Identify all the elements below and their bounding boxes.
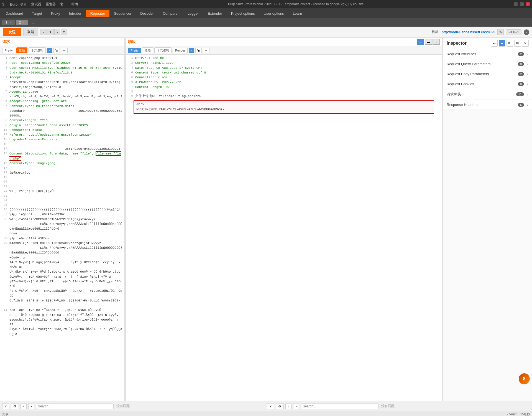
nav-tab-logger[interactable]: Logger [183, 10, 203, 17]
nav-tab-decoder[interactable]: Decoder [136, 10, 158, 17]
inspector-sort-desc-btn[interactable]: ≡↓ [514, 40, 521, 47]
tab-bar: 1 ✕ 2 ✕ ... [0, 18, 532, 27]
edit-target-button[interactable]: ✎ [497, 29, 504, 35]
nav-tab-proxy[interactable]: Proxy [47, 10, 65, 17]
cancel-button[interactable]: 取消 [23, 28, 38, 36]
next-request-button[interactable]: › [54, 29, 60, 35]
main-content: 请求 Pretty 原始 十六进制 ≡ \n ☰ 1POST /upload.p… [0, 38, 532, 401]
highlighted-line: 15 Content-Disposition: form-data; name=… [1, 151, 123, 161]
inspector-title: Inspector [447, 41, 467, 46]
inspector-request-query-params[interactable]: Request Query Parameters 0 ∨ [443, 59, 532, 69]
response-hex-btn[interactable]: 十六进制 [154, 47, 172, 53]
request-body[interactable]: 1POST /upload.php HTTP/1.1 2Host: node1.… [0, 55, 124, 401]
menu-window[interactable]: 窗口 [60, 2, 67, 7]
bottom-help-left-btn[interactable]: ? [2, 403, 9, 409]
close-tab-1-icon[interactable]: ✕ [9, 21, 11, 24]
request-tab-2[interactable]: 2 ✕ [16, 20, 28, 25]
prev-request-down-button[interactable]: ▾ [47, 29, 54, 35]
search-input-left[interactable] [38, 404, 112, 408]
body-params-chevron: ∨ [526, 72, 529, 76]
response-headers-chevron: ∨ [526, 103, 529, 107]
request-tab-1[interactable]: 1 ✕ [2, 20, 15, 25]
nav-tab-sequencer[interactable]: Sequencer [109, 10, 136, 17]
close-tab-2-icon[interactable]: ✕ [22, 21, 25, 24]
request-headers-chevron: ∨ [526, 92, 529, 96]
response-wrap-btn[interactable]: ≡ [189, 48, 194, 53]
response-body[interactable]: 1HTTP/1.1 200 OK 2Server: nginx/1.18.0 3… [126, 55, 442, 401]
response-headers-count: 6 [518, 103, 524, 107]
request-format-btn[interactable]: ☰ [61, 48, 68, 53]
bottom-prev-right-btn[interactable]: ‹ [285, 403, 291, 409]
request-format-toolbar: Pretty 原始 十六进制 ≡ \n ☰ [0, 46, 124, 55]
send-button[interactable]: 发送 [3, 28, 21, 36]
burp-logo-icon: $ [519, 373, 530, 384]
inspector-toolbar: ▪▪ ▪▪ ≡↑ ≡↓ ✕ [491, 40, 529, 47]
bottom-next-left-btn[interactable]: › [28, 403, 34, 409]
nav-tab-intruder[interactable]: Intruder [65, 10, 86, 17]
request-pretty-btn[interactable]: Pretty [2, 48, 15, 53]
help-button[interactable]: ? [524, 29, 529, 35]
request-raw-btn[interactable]: 原始 [16, 47, 27, 53]
close-button[interactable]: ✕ [526, 2, 530, 6]
query-params-chevron: ∨ [526, 62, 529, 66]
request-panel: 请求 Pretty 原始 十六进制 ≡ \n ☰ 1POST /upload.p… [0, 38, 125, 401]
bottom-bar: ? ⚙ ‹ › 没有匹配 ? ⚙ ‹ › 没有匹配 [0, 401, 532, 411]
inspector-sort-asc-btn[interactable]: ≡↑ [507, 40, 513, 47]
nav-tab-user-options[interactable]: User options [259, 10, 288, 17]
inspector-close-btn[interactable]: ✕ [522, 40, 529, 47]
bottom-settings-right-btn[interactable]: ⚙ [276, 403, 284, 409]
no-match-left: 没有匹配 [116, 404, 130, 409]
response-panel-title: 响应 [128, 39, 136, 45]
view-split-btn[interactable]: ▪▪ [417, 39, 424, 45]
response-format-toolbar: Pretty 原始 十六进制 Render ≡ \n ☰ [126, 46, 442, 55]
minimize-button[interactable]: － [514, 2, 518, 6]
nav-tab-extender[interactable]: Extender [203, 10, 227, 17]
request-hex-btn[interactable]: 十六进制 [29, 47, 46, 53]
inspector-request-cookies[interactable]: Request Cookies 0 ∨ [443, 79, 532, 89]
nav-tab-repeater[interactable]: Repeater [86, 10, 109, 17]
inspector-view-btn-2[interactable]: ▪▪ [499, 40, 505, 47]
inspector-request-headers[interactable]: 请求标头 11 ∨ [443, 89, 532, 100]
maximize-button[interactable]: □ [520, 2, 524, 6]
response-render-btn[interactable]: Render [173, 48, 188, 53]
status-bar: 完成 274字节 | 15毫秒 [0, 411, 532, 416]
response-newline-btn[interactable]: \n [195, 48, 202, 53]
bottom-next-right-btn[interactable]: › [293, 403, 299, 409]
menu-tester[interactable]: 测试器 [31, 2, 41, 7]
response-format-btn[interactable]: ☰ [203, 48, 209, 53]
nav-tab-comparer[interactable]: Comparer [158, 10, 183, 17]
inspector-request-attributes[interactable]: Request Attributes 2 ∨ [443, 49, 532, 59]
status-right: 274字节 | 15毫秒 [507, 412, 530, 416]
flag-highlight-box: <br> NSSCTF{281571a0-f671-4989-a761-4d9b… [134, 100, 434, 114]
bottom-prev-left-btn[interactable]: ‹ [21, 403, 27, 409]
more-tabs-button[interactable]: ... [29, 20, 36, 25]
request-headers-count: 11 [516, 92, 524, 96]
search-input-right[interactable] [303, 404, 377, 408]
nav-tab-project-options[interactable]: Project options [227, 10, 259, 17]
inspector-response-headers[interactable]: Response Headers 6 ∨ [443, 100, 532, 110]
request-wrap-btn[interactable]: ≡ [47, 48, 52, 53]
no-match-right: 没有匹配 [381, 404, 395, 409]
next-request-down-button[interactable]: ▾ [61, 29, 67, 35]
target-url: http://node1.anna.nssctf.cn:28325 [442, 30, 495, 34]
bottom-settings-left-btn[interactable]: ⚙ [11, 403, 19, 409]
menu-bar: 项目 测试器 重发器 窗口 帮助 [20, 2, 78, 7]
view-single-btn[interactable]: ▪ [433, 39, 440, 45]
nav-tab-target[interactable]: Target [28, 10, 47, 17]
body-params-count: 2 [518, 72, 524, 76]
inspector-request-body-params[interactable]: Request Body Parameters 2 ∨ [443, 69, 532, 79]
cookies-chevron: ∨ [526, 82, 529, 86]
view-horizontal-btn[interactable]: ▬ [425, 39, 432, 45]
menu-project[interactable]: 项目 [20, 2, 27, 7]
response-pretty-btn[interactable]: Pretty [128, 48, 141, 53]
request-newline-btn[interactable]: \n [53, 48, 60, 53]
inspector-view-btn-1[interactable]: ▪▪ [491, 40, 498, 47]
response-raw-btn[interactable]: 原始 [142, 47, 153, 53]
bottom-help-right-btn[interactable]: ? [267, 403, 274, 409]
prev-request-button[interactable]: ‹ [40, 29, 47, 35]
menu-repeater[interactable]: 重发器 [46, 2, 56, 7]
nav-tab-dashboard[interactable]: Dashboard [1, 10, 28, 17]
inspector-spacer: $ [443, 110, 532, 401]
menu-help[interactable]: 帮助 [71, 2, 78, 7]
nav-tab-learn[interactable]: Learn [288, 10, 306, 17]
